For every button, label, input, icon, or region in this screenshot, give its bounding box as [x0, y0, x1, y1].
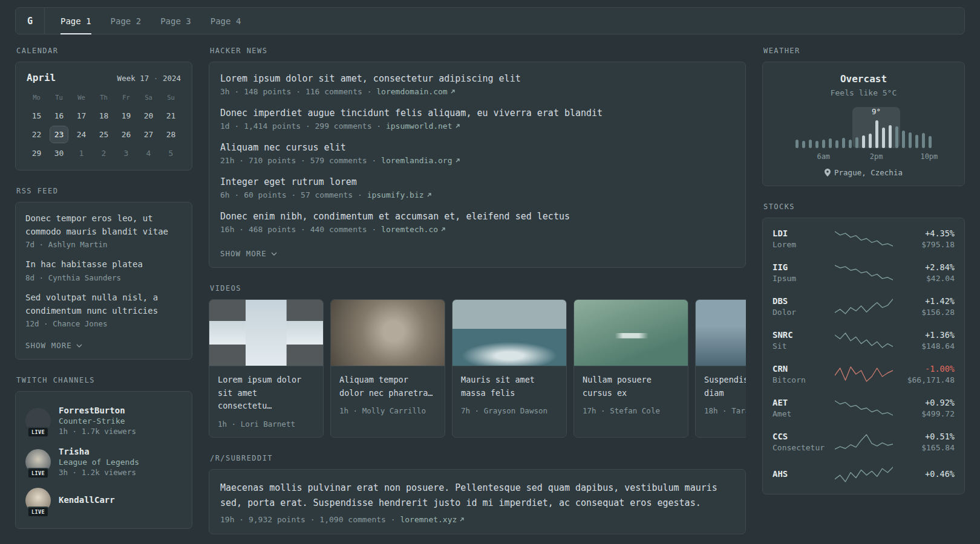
video-thumbnail[interactable] — [209, 300, 323, 366]
video-thumbnail[interactable] — [331, 300, 445, 366]
rss-item: In hac habitasse platea 8d · Cynthia Sau… — [25, 258, 182, 282]
rss-widget: Donec tempor eros leo, ut commodo mauris… — [15, 202, 192, 360]
avatar: LIVE — [25, 488, 51, 513]
stock-name: Bitcorn — [773, 375, 831, 384]
story-domain-link[interactable]: loremlandia.org — [381, 156, 460, 165]
live-badge: LIVE — [27, 427, 49, 438]
rss-item-meta: 8d · Cynthia Saunders — [25, 273, 182, 282]
video-info: Aliquam tempor dolor nec pharetra… 1h · … — [331, 366, 445, 424]
stock-row[interactable]: CCSConsectetur +0.51%$165.84 — [773, 425, 955, 459]
video-title[interactable]: Suspendisse diam — [704, 374, 746, 400]
calendar-week-number: Week 17 — [117, 74, 149, 83]
stock-row[interactable]: AHS +0.46% — [773, 459, 955, 490]
tab-page-1[interactable]: Page 1 — [60, 8, 91, 34]
weather-location[interactable]: Prague, Czechia — [773, 168, 955, 177]
story-domain-link[interactable]: ipsumify.biz — [367, 190, 432, 199]
app-logo[interactable]: G — [16, 8, 45, 34]
calendar-week-row: 15 16 17 18 19 20 21 — [25, 106, 182, 125]
stock-sparkline — [831, 365, 897, 383]
rss-item-title[interactable]: Sed volutpat nulla nisl, a condimentum n… — [25, 291, 182, 317]
stock-price: $42.04 — [897, 274, 955, 283]
story-domain: ipsumify.biz — [367, 190, 424, 199]
stock-row[interactable]: DBSDolor +1.42%$156.28 — [773, 290, 955, 323]
tab-page-4[interactable]: Page 4 — [211, 8, 241, 34]
calendar-day-next-month: 3 — [115, 144, 137, 163]
hacker-news-item: Lorem ipsum dolor sit amet, consectetur … — [220, 73, 734, 96]
story-domain: loremlandia.org — [381, 156, 452, 165]
twitch-channel-row[interactable]: LIVE Trisha League of Legends 3h · 1.2k … — [25, 441, 182, 482]
story-title[interactable]: Lorem ipsum dolor sit amet, consectetur … — [220, 73, 734, 84]
twitch-channel-row[interactable]: LIVE ForrestBurton Counter-Strike 1h · 1… — [25, 400, 182, 441]
show-more-label: SHOW MORE — [25, 341, 72, 350]
story-domain: ipsumworld.net — [386, 121, 452, 131]
story-title[interactable]: Aliquam nec cursus elit — [220, 142, 734, 153]
rss-show-more-button[interactable]: SHOW MORE — [25, 341, 82, 350]
videos-section-title: VIDEOS — [210, 284, 746, 293]
stock-row[interactable]: CRNBitcorn -1.00%$66,171.48 — [773, 357, 955, 391]
rss-section: RSS FEED Donec tempor eros leo, ut commo… — [15, 187, 192, 360]
stock-row[interactable]: LDILorem +4.35%$795.18 — [773, 222, 955, 256]
calendar-day-next-month: 2 — [93, 144, 115, 163]
story-domain-link[interactable]: loremdomain.com — [376, 87, 455, 96]
calendar-day: 18 — [93, 106, 115, 125]
calendar-day-selected: 23 — [50, 126, 68, 143]
post-domain-link[interactable]: loremnet.xyz — [400, 515, 465, 524]
hacker-news-item: Integer eget rutrum lorem 6h · 60 points… — [220, 176, 734, 199]
stock-row[interactable]: AETAmet +0.92%$499.72 — [773, 391, 955, 425]
calendar-day: 16 — [48, 106, 70, 125]
external-link-icon — [440, 227, 446, 232]
video-title[interactable]: Nullam posuere cursus ex — [583, 374, 679, 400]
calendar-section: CALENDAR April Week 17 · 2024 Mo Tu We T… — [15, 47, 192, 170]
video-title[interactable]: Mauris sit amet massa felis — [461, 374, 558, 400]
calendar-day: 25 — [93, 125, 115, 144]
stock-row[interactable]: IIGIpsum +2.84%$42.04 — [773, 256, 955, 290]
video-info: Suspendisse diam 18h · Tara — [696, 366, 746, 424]
story-domain-link[interactable]: loremtech.co — [381, 225, 446, 234]
weekday-label: Fr — [115, 89, 137, 106]
calendar-week-row: 22 23 24 25 26 27 28 — [25, 125, 182, 144]
video-card: Aliquam tempor dolor nec pharetra… 1h · … — [330, 299, 445, 438]
time-tick: 10pm — [920, 152, 938, 161]
story-title[interactable]: Integer eget rutrum lorem — [220, 176, 734, 187]
weather-widget: Overcast Feels like 5°C 9° 6am 2pm 10pm — [762, 62, 965, 186]
calendar-day: 19 — [115, 106, 137, 125]
calendar-widget: April Week 17 · 2024 Mo Tu We Th Fr Sa S… — [15, 62, 192, 170]
avatar: LIVE — [25, 449, 51, 474]
stock-ticker: IIG — [773, 262, 831, 272]
twitch-section: TWITCH CHANNELS LIVE ForrestBurton Count… — [15, 376, 192, 529]
video-thumbnail[interactable] — [574, 300, 688, 366]
rss-item-title[interactable]: In hac habitasse platea — [25, 258, 182, 271]
show-more-label: SHOW MORE — [220, 249, 267, 258]
stock-sparkline — [831, 264, 897, 282]
stock-row[interactable]: SNRCSit +1.36%$148.64 — [773, 323, 955, 357]
video-card: Lorem ipsum dolor sit amet consectetu… 1… — [209, 299, 324, 438]
video-card: Mauris sit amet massa felis 7h · Grayson… — [452, 299, 567, 438]
chevron-down-icon — [271, 252, 277, 256]
rss-item-title[interactable]: Donec tempor eros leo, ut commodo mauris… — [25, 212, 182, 238]
tab-page-3[interactable]: Page 3 — [160, 8, 191, 34]
stock-change: +1.36% — [897, 330, 955, 340]
video-thumbnail[interactable] — [452, 300, 566, 366]
post-title[interactable]: Maecenas mollis pulvinar erat non posuer… — [220, 481, 734, 511]
tab-page-2[interactable]: Page 2 — [111, 8, 142, 34]
video-thumbnail[interactable] — [696, 300, 746, 366]
calendar-weekday-row: Mo Tu We Th Fr Sa Su — [25, 89, 182, 106]
hacker-news-section-title: HACKER NEWS — [210, 47, 746, 55]
twitch-channel-row[interactable]: LIVE KendallCarr — [25, 482, 182, 519]
calendar-day: 28 — [160, 125, 182, 144]
story-meta: 6h · 60 points · 57 comments · ipsumify.… — [220, 190, 734, 199]
story-title[interactable]: Donec enim nibh, condimentum et accumsan… — [220, 211, 734, 222]
story-domain-link[interactable]: ipsumworld.net — [386, 121, 460, 131]
stock-ticker: AHS — [773, 469, 831, 479]
chevron-down-icon — [76, 344, 82, 348]
story-title[interactable]: Donec imperdiet augue tincidunt felis al… — [220, 108, 734, 118]
calendar-day: 15 — [25, 106, 48, 125]
video-info: Nullam posuere cursus ex 17h · Stefan Co… — [574, 366, 688, 424]
video-title[interactable]: Aliquam tempor dolor nec pharetra… — [339, 374, 436, 400]
hacker-news-show-more-button[interactable]: SHOW MORE — [220, 249, 277, 258]
video-title[interactable]: Lorem ipsum dolor sit amet consectetu… — [218, 374, 315, 413]
channel-game: League of Legends — [59, 458, 139, 467]
channel-game: Counter-Strike — [59, 416, 136, 426]
rss-item: Donec tempor eros leo, ut commodo mauris… — [25, 212, 182, 249]
calendar-day-next-month: 4 — [137, 144, 160, 163]
